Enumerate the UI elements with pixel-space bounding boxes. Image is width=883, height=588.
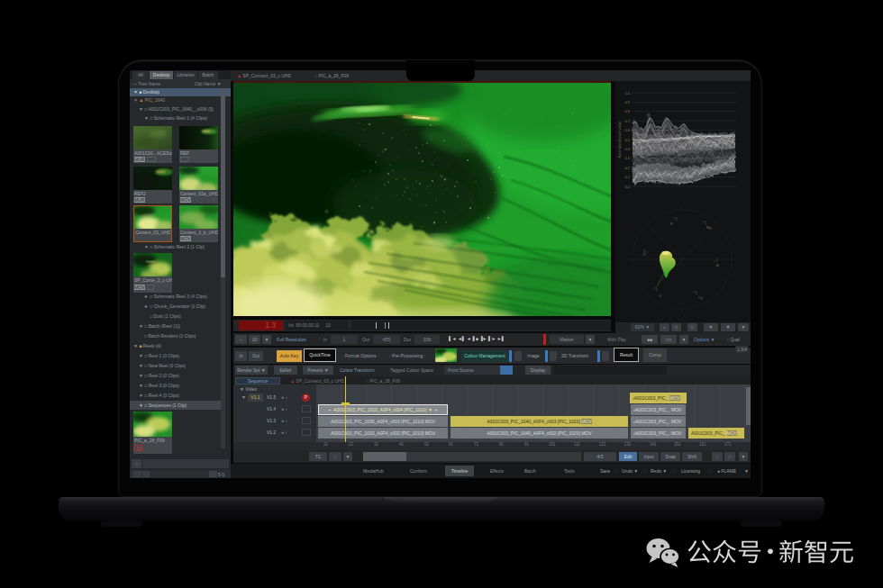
svg-text:0.7: 0.7: [624, 119, 630, 123]
svg-text:0.5: 0.5: [624, 138, 630, 142]
svg-text:Mg: Mg: [706, 225, 712, 230]
svg-text:0.4: 0.4: [624, 147, 630, 151]
svg-text:0.9: 0.9: [624, 100, 630, 104]
svg-text:0.1: 0.1: [624, 175, 630, 179]
svg-text:Yl: Yl: [642, 252, 646, 257]
svg-text:0.8: 0.8: [624, 109, 630, 113]
svg-text:Normalized pixel value: Normalized pixel value: [617, 121, 622, 158]
svg-text:B: B: [716, 263, 719, 267]
svg-text:1.0: 1.0: [624, 91, 630, 95]
svg-text:0.0: 0.0: [624, 185, 630, 189]
svg-text:0.3: 0.3: [624, 156, 630, 160]
svg-text:0.2: 0.2: [624, 166, 630, 170]
svg-text:0.6: 0.6: [624, 128, 630, 132]
svg-text:R: R: [670, 222, 673, 226]
svg-text:Cy: Cy: [698, 295, 703, 300]
svg-text:G: G: [659, 294, 661, 298]
